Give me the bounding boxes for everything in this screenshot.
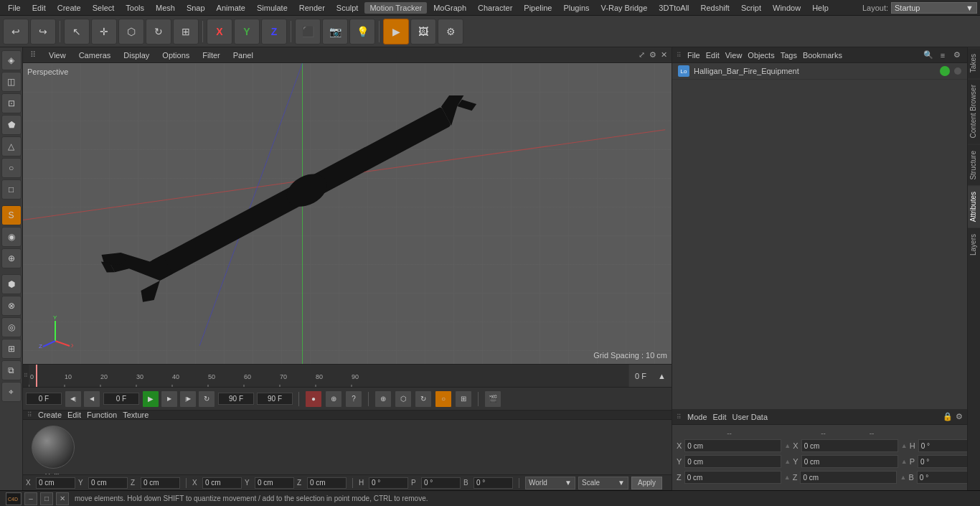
timeline-ruler[interactable]: 0 10 20 30 40 50 60 70 80 90 (29, 365, 628, 387)
sidebar-mode-12[interactable]: ◎ (1, 317, 22, 337)
om-visibility-dot-0[interactable] (940, 66, 950, 76)
cube-button[interactable]: ⬛ (295, 19, 321, 44)
play-button[interactable]: ▶ (142, 390, 159, 408)
sidebar-mode-1[interactable]: ◫ (1, 72, 22, 92)
om-menu-tags[interactable]: Tags (781, 51, 797, 60)
vtab-layers[interactable]: Layers (968, 228, 980, 261)
sidebar-mode-0[interactable]: ◈ (1, 50, 22, 70)
attr-lock-icon[interactable]: 🔒 (943, 412, 953, 421)
menu-animate[interactable]: Animate (212, 2, 250, 14)
scale-button[interactable]: ⬡ (118, 19, 144, 44)
sidebar-mode-4[interactable]: △ (1, 136, 22, 156)
mat-menu-edit[interactable]: Edit (67, 411, 81, 419)
sidebar-mode-15[interactable]: ⌖ (1, 382, 22, 402)
move-button[interactable]: ✛ (91, 19, 117, 44)
vtab-takes[interactable]: Takes (968, 47, 980, 78)
sidebar-mode-7[interactable]: S (1, 205, 22, 225)
om-menu-edit[interactable]: Edit (706, 51, 720, 60)
sidebar-mode-3[interactable]: ⬟ (1, 115, 22, 135)
menu-vray[interactable]: V-Ray Bridge (596, 2, 653, 14)
vtab-attributes[interactable]: Attributes (968, 185, 980, 228)
vtab-content-browser[interactable]: Content Browser (968, 78, 980, 144)
menu-edit[interactable]: Edit (27, 2, 51, 14)
menu-motion-tracker[interactable]: Motion Tracker (364, 2, 427, 14)
render-to-picture-button[interactable]: 🖼 (410, 19, 436, 44)
light-button[interactable]: 💡 (349, 19, 375, 44)
om-settings-icon[interactable]: ⚙ (951, 50, 963, 61)
menu-3dtoall[interactable]: 3DTtoAll (654, 2, 694, 14)
snap-move-btn[interactable]: ⊕ (374, 390, 392, 408)
om-menu-bookmarks[interactable]: Bookmarks (803, 51, 842, 60)
menu-help[interactable]: Help (807, 2, 834, 14)
om-menu-file[interactable]: File (687, 51, 700, 60)
om-item-halligan[interactable]: Lo Halligan_Bar_Fire_Equipment (672, 63, 967, 80)
menu-render[interactable]: Render (294, 2, 330, 14)
redo-button[interactable]: ↪ (30, 19, 56, 44)
attr-p-input[interactable] (918, 455, 967, 468)
om-filter-icon[interactable]: ≡ (937, 50, 948, 61)
current-frame-field[interactable] (103, 393, 139, 405)
coord-b-input[interactable] (473, 477, 513, 489)
scale-dropdown[interactable]: Scale ▼ (578, 477, 628, 489)
attr-menu-mode[interactable]: Mode (687, 413, 707, 421)
axis-z-button[interactable]: Z (261, 19, 287, 44)
attr-y-pos-input[interactable] (684, 455, 781, 468)
layout-dropdown[interactable]: Startup ▼ (891, 2, 977, 14)
frame-prev-btn[interactable]: ◀| (65, 390, 82, 408)
vp-menu-view[interactable]: View (46, 50, 69, 61)
sidebar-mode-2[interactable]: ⊡ (1, 93, 22, 113)
world-dropdown[interactable]: World ▼ (525, 477, 575, 489)
coord-z2-input[interactable] (307, 477, 347, 489)
status-icon-cinema[interactable]: C4D (6, 492, 22, 505)
attr-menu-edit[interactable]: Edit (713, 413, 727, 421)
snap-orange-btn[interactable]: ○ (435, 390, 452, 408)
frame-next-btn[interactable]: |▶ (179, 390, 197, 408)
om-lock-dot-0[interactable] (954, 67, 961, 75)
om-search-icon[interactable]: 🔍 (923, 50, 934, 61)
render-preview-button[interactable]: ▶ (383, 19, 409, 44)
mat-menu-create[interactable]: Create (38, 411, 62, 419)
viewport-canvas[interactable]: Perspective (23, 63, 672, 364)
sidebar-mode-8[interactable]: ◉ (1, 227, 22, 247)
status-max-button[interactable]: □ (40, 492, 53, 505)
help-button[interactable]: ? (345, 390, 362, 408)
motion-button[interactable]: ⊕ (325, 390, 342, 408)
material-preview-sphere[interactable] (32, 426, 75, 469)
menu-redshift[interactable]: Redshift (696, 2, 735, 14)
attr-z-pos-input[interactable] (684, 471, 781, 484)
menu-snap[interactable]: Snap (182, 2, 210, 14)
sidebar-mode-9[interactable]: ⊕ (1, 248, 22, 268)
sidebar-mode-10[interactable]: ⬢ (1, 274, 22, 294)
sidebar-mode-14[interactable]: ⧉ (1, 360, 22, 380)
menu-character[interactable]: Character (473, 2, 517, 14)
snap-scale-btn[interactable]: ⬡ (395, 390, 412, 408)
start-frame-field[interactable] (26, 393, 62, 405)
coord-h-input[interactable] (369, 477, 408, 489)
menu-select[interactable]: Select (88, 2, 120, 14)
vp-icon-maximize[interactable]: ⤢ (639, 50, 645, 60)
vtab-structure[interactable]: Structure (968, 144, 980, 186)
sidebar-mode-6[interactable]: □ (1, 179, 22, 200)
loop-button[interactable]: ↻ (198, 390, 215, 408)
attr-h-input[interactable] (918, 439, 967, 452)
undo-button[interactable]: ↩ (3, 19, 29, 44)
menu-window[interactable]: Window (768, 2, 806, 14)
transform-button[interactable]: ⊞ (173, 19, 199, 44)
apply-button[interactable]: Apply (631, 477, 662, 489)
om-menu-objects[interactable]: Objects (748, 51, 774, 60)
axis-y-button[interactable]: Y (234, 19, 260, 44)
menu-pipeline[interactable]: Pipeline (519, 2, 557, 14)
status-min-button[interactable]: – (24, 492, 37, 505)
attr-b-input[interactable] (917, 471, 967, 484)
menu-script[interactable]: Script (736, 2, 766, 14)
coord-p-input[interactable] (421, 477, 461, 489)
attr-x-pos-input[interactable] (684, 439, 781, 452)
attr-y-size-input[interactable] (801, 455, 898, 468)
menu-mesh[interactable]: Mesh (151, 2, 180, 14)
coord-y-input[interactable] (88, 477, 128, 489)
status-close-button[interactable]: ✕ (56, 492, 69, 505)
menu-mograph[interactable]: MoGraph (428, 2, 471, 14)
end-frame-field[interactable] (218, 393, 254, 405)
menu-plugins[interactable]: Plugins (558, 2, 594, 14)
sidebar-mode-11[interactable]: ⊗ (1, 296, 22, 316)
